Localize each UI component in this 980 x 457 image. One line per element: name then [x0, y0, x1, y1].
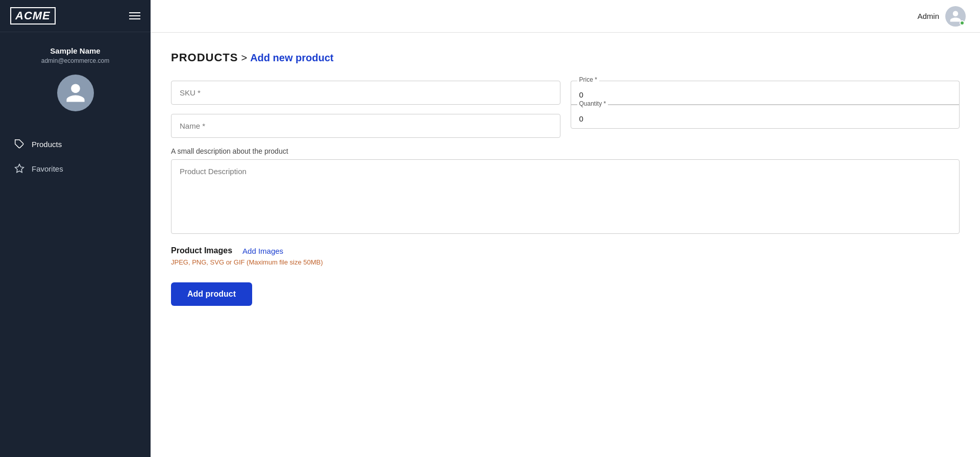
svg-marker-1 [15, 164, 24, 173]
form-grid: Price * Quantity * [171, 81, 960, 138]
avatar [57, 75, 94, 111]
logo: ACME [10, 7, 56, 25]
user-email: admin@ecommerce.com [41, 57, 110, 64]
online-status-dot [960, 20, 965, 26]
admin-avatar[interactable] [945, 6, 966, 27]
description-textarea[interactable] [172, 160, 959, 231]
topbar-admin: Admin [917, 6, 966, 27]
sidebar-topbar: ACME [0, 0, 151, 32]
tag-icon [14, 139, 24, 149]
breadcrumb-root: PRODUCTS [171, 51, 238, 64]
price-field-group: Price * [571, 81, 960, 104]
content: PRODUCTS > Add new product Price * [151, 33, 980, 457]
star-icon [14, 163, 24, 174]
name-input[interactable] [172, 114, 560, 137]
admin-label: Admin [917, 12, 939, 20]
quantity-label: Quantity * [577, 100, 608, 107]
price-qty-column: Price * Quantity * [571, 81, 960, 138]
person-icon [64, 82, 87, 104]
sku-field-group [171, 81, 560, 105]
user-name: Sample Name [50, 46, 100, 55]
name-field-group [171, 114, 560, 138]
add-product-button[interactable]: Add product [171, 282, 252, 306]
sidebar: ACME Sample Name admin@ecommerce.com Pro… [0, 0, 151, 457]
nav-menu: Products Favorites [0, 127, 151, 186]
description-hint: A small description about the product [171, 147, 960, 155]
breadcrumb-current: Add new product [250, 52, 333, 64]
product-images-section: Product Images Add Images JPEG, PNG, SVG… [171, 246, 960, 266]
images-hint: JPEG, PNG, SVG or GIF (Maximum file size… [171, 258, 960, 266]
sidebar-item-products[interactable]: Products [0, 132, 151, 156]
user-profile: Sample Name admin@ecommerce.com [0, 32, 151, 127]
sku-input[interactable] [172, 81, 560, 104]
sidebar-item-favorites-label: Favorites [32, 164, 63, 173]
topbar: Admin [151, 0, 980, 33]
breadcrumb-separator: > [241, 52, 247, 64]
breadcrumb: PRODUCTS > Add new product [171, 51, 960, 64]
main: Admin PRODUCTS > Add new product [151, 0, 980, 457]
description-field-group [171, 159, 960, 234]
quantity-field-group: Quantity * [571, 105, 960, 129]
hamburger-icon[interactable] [129, 12, 140, 19]
sku-name-column [171, 81, 560, 138]
product-images-row: Product Images Add Images [171, 246, 960, 255]
price-input[interactable] [571, 81, 960, 104]
sidebar-item-favorites[interactable]: Favorites [0, 156, 151, 181]
product-images-label: Product Images [171, 246, 232, 255]
quantity-input[interactable] [571, 105, 960, 128]
price-label: Price * [577, 76, 599, 83]
add-images-link[interactable]: Add Images [242, 247, 283, 255]
sidebar-item-products-label: Products [32, 140, 62, 149]
